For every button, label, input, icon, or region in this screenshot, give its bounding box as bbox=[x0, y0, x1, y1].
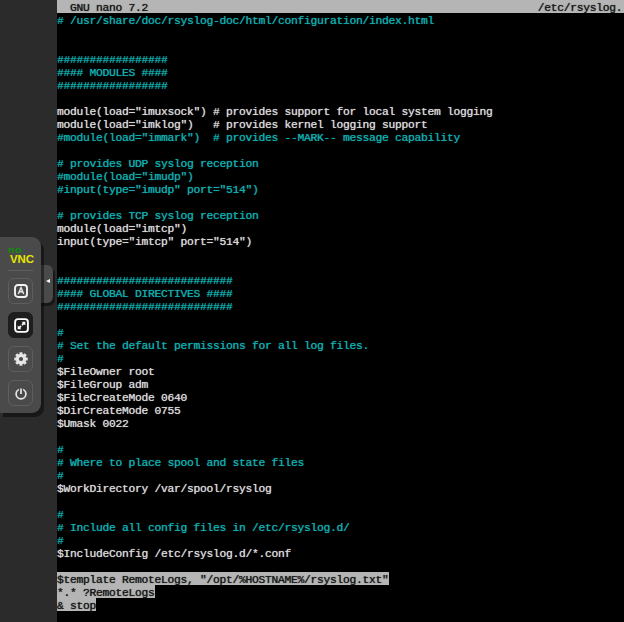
svg-text:VNC: VNC bbox=[10, 252, 35, 264]
